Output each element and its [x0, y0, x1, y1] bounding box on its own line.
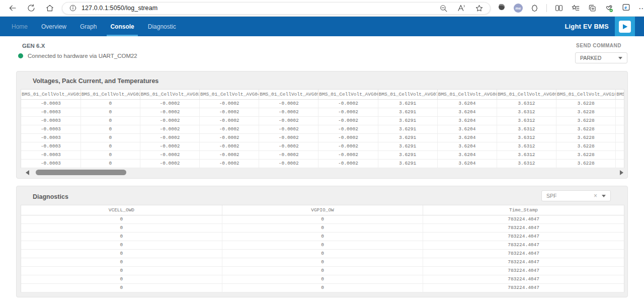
table-cell: -0.0002 [200, 142, 259, 150]
table-row: -0.00030-0.0002-0.0002-0.0002-0.00023.62… [21, 150, 624, 159]
toolbar-divider [546, 4, 547, 12]
table-cell: -0.0002 [318, 133, 378, 142]
table-cell: -0.0003 [21, 150, 80, 159]
send-command-label: SEND COMMAND [576, 43, 621, 48]
table-cell: 0 [222, 215, 423, 223]
site-info-icon[interactable] [69, 4, 77, 12]
table-cell: 3.6228 [556, 142, 616, 150]
diagnostics-filter-select[interactable]: SPF × [541, 190, 611, 201]
favorite-star-icon[interactable] [475, 4, 484, 13]
table-row: -0.00030-0.0002-0.0002-0.0002-0.00023.62… [21, 108, 624, 116]
table-cell [616, 116, 624, 125]
extension-sphere-icon[interactable] [497, 3, 506, 14]
home-icon[interactable] [45, 4, 54, 13]
back-icon[interactable] [8, 4, 17, 13]
table-cell: 3.6312 [497, 99, 556, 108]
nav-tab-graph[interactable]: Graph [76, 17, 100, 36]
table-cell: 783224.4047 [423, 283, 624, 292]
browser-essentials-icon[interactable] [604, 4, 614, 13]
table-cell: 3.6291 [378, 108, 437, 116]
collections-icon[interactable] [588, 4, 597, 13]
nav-tab-diagnostic[interactable]: Diagnostic [144, 17, 180, 36]
table-cell: 783224.4047 [423, 275, 624, 283]
column-header: BMS_01_CellVolt_AVG11 [616, 90, 624, 99]
table-cell: -0.0002 [259, 116, 318, 125]
table-cell: 3.6312 [497, 108, 556, 116]
table-cell: 3.6228 [556, 150, 616, 159]
scrollbar-thumb[interactable] [36, 170, 126, 175]
zoom-out-icon[interactable] [439, 4, 448, 13]
profile-avatar[interactable]: me [514, 4, 523, 13]
table-cell [616, 159, 624, 168]
table-cell: -0.0002 [200, 159, 259, 168]
table-cell: -0.0002 [200, 133, 259, 142]
table-cell: 0 [222, 223, 423, 232]
table-cell: -0.0002 [259, 159, 318, 168]
url-text[interactable]: 127.0.0.1:5050/log_stream [82, 5, 439, 12]
table-cell: 0 [21, 258, 222, 266]
column-header: BMS_01_CellVolt_AVG09 [497, 90, 556, 99]
table-cell: 3.6228 [556, 125, 616, 133]
table-cell: 0 [222, 241, 423, 249]
table-cell: -0.0002 [259, 125, 318, 133]
nav-tab-label: Home [12, 23, 28, 30]
table-cell: -0.0002 [318, 108, 378, 116]
table-cell: -0.0003 [21, 159, 80, 168]
app-logo [615, 17, 635, 36]
gen-label: GEN 6.X [22, 43, 137, 49]
send-command-select[interactable]: PARKED [575, 52, 627, 63]
table-row: 00783224.4047 [21, 249, 624, 258]
edge-workspaces-icon[interactable]: e [621, 3, 631, 14]
nav-tab-overview[interactable]: Overview [38, 17, 70, 36]
table-cell: -0.0002 [259, 108, 318, 116]
table-cell: -0.0002 [259, 150, 318, 159]
table-cell: 3.6312 [497, 159, 556, 168]
table-row: -0.00030-0.0002-0.0002-0.0002-0.00023.62… [21, 99, 624, 108]
table-cell: -0.0002 [140, 125, 199, 133]
nav-tab-console[interactable]: Console [107, 17, 137, 36]
table-cell: 0 [21, 266, 222, 275]
table-cell: -0.0002 [200, 108, 259, 116]
favorites-bar-icon[interactable] [571, 4, 580, 13]
table-cell [616, 108, 624, 116]
column-header: BMS_01_CellVolt_AVG01 [21, 90, 80, 99]
table-cell: 3.6228 [556, 133, 616, 142]
table-cell: -0.0002 [200, 150, 259, 159]
table-row: -0.00030-0.0002-0.0002-0.0002-0.00023.62… [21, 142, 624, 150]
table-cell: 3.6228 [556, 108, 616, 116]
read-aloud-icon[interactable] [457, 4, 466, 13]
horizontal-scrollbar [21, 170, 624, 176]
table-cell: -0.0002 [259, 99, 318, 108]
table-cell: 3.6291 [378, 133, 437, 142]
split-screen-icon[interactable] [554, 4, 564, 13]
column-header: VCELL_OWD [21, 205, 222, 215]
table-cell [616, 142, 624, 150]
table-row: -0.00030-0.0002-0.0002-0.0002-0.00023.62… [21, 159, 624, 168]
table-cell [616, 150, 624, 159]
table-cell: 3.6312 [497, 150, 556, 159]
diagnostics-panel-title: Diagnostics [33, 193, 68, 200]
nav-tab-label: Overview [41, 23, 66, 30]
nav-tab-home[interactable]: Home [8, 17, 31, 36]
table-cell: 0 [222, 275, 423, 283]
scroll-right-icon[interactable] [620, 170, 623, 175]
app-navbar: Home Overview Graph Console Diagnostic L… [0, 17, 644, 36]
column-header: VGPIO_OW [222, 205, 423, 215]
table-cell: -0.0003 [21, 99, 80, 108]
brand-title: Light EV BMS [565, 23, 609, 30]
column-header: BMS_01_CellVolt_AVG08 [437, 90, 497, 99]
scrollbar-track[interactable] [33, 170, 616, 175]
table-cell: 3.6228 [556, 99, 616, 108]
table-cell: 0 [222, 232, 423, 241]
filter-value: SPF [546, 193, 556, 199]
extensions-splat-icon[interactable] [530, 4, 539, 13]
voltages-table[interactable]: BMS_01_CellVolt_AVG01BMS_01_CellVolt_AVG… [21, 89, 624, 168]
settings-menu-icon[interactable]: ⋯ [638, 0, 643, 17]
refresh-icon[interactable] [27, 4, 36, 13]
table-cell: -0.0002 [200, 125, 259, 133]
address-bar[interactable]: 127.0.0.1:5050/log_stream [62, 2, 491, 15]
table-cell: 3.6204 [437, 133, 497, 142]
scroll-left-icon[interactable] [26, 170, 29, 175]
clear-icon[interactable]: × [594, 192, 597, 199]
table-cell: 3.6228 [556, 159, 616, 168]
